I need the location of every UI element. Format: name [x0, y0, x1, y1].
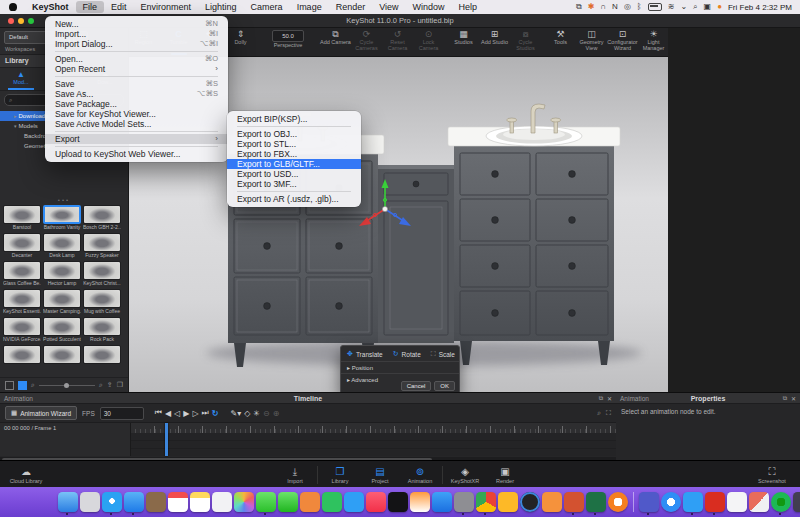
- library-item[interactable]: NVIDIA GeForce...: [3, 317, 41, 343]
- vscode-dock-icon[interactable]: [683, 492, 703, 512]
- loop-button[interactable]: ↻: [212, 409, 219, 418]
- playhead[interactable]: [165, 423, 168, 456]
- menu-item-save-for-viewer[interactable]: Save for KeyShot Viewer...: [45, 109, 228, 119]
- cancel-button[interactable]: Cancel: [401, 381, 432, 391]
- library-item-selected[interactable]: Bathroom Vanity: [43, 205, 81, 231]
- keyframe-all-button[interactable]: ✳: [253, 409, 260, 418]
- finder-dock-icon[interactable]: [58, 492, 78, 512]
- render-button[interactable]: ▣Render: [485, 466, 525, 484]
- browser-app-dock-icon[interactable]: [608, 492, 628, 512]
- rotate-tab[interactable]: ↻Rotate: [393, 350, 421, 358]
- mail-dock-icon[interactable]: [124, 492, 144, 512]
- library-item[interactable]: KeyShot Christ...: [83, 261, 121, 287]
- toolbar-perspective[interactable]: 50.0 Perspective: [260, 27, 316, 56]
- menubar-item-edit[interactable]: Edit: [104, 1, 134, 13]
- control-center-icon[interactable]: ⌄: [680, 3, 687, 11]
- apple-tv-dock-icon[interactable]: [388, 492, 408, 512]
- menu-item-save[interactable]: Save⌘S: [45, 79, 228, 89]
- library-item[interactable]: Mug with Coffee: [83, 289, 121, 315]
- user-switch-icon[interactable]: ▣: [704, 3, 712, 11]
- zoom-in-icon[interactable]: ⌕: [99, 381, 103, 389]
- menu-item-export-glb-gltf[interactable]: Export to GLB/GLTF...: [227, 159, 361, 169]
- import-button[interactable]: ⤓Import: [275, 466, 315, 484]
- toolbar-cycle-cameras[interactable]: ⟳Cycle Cameras: [351, 27, 382, 56]
- menubar-item-file[interactable]: File: [76, 1, 105, 13]
- library-item[interactable]: Glass Coffee Be...: [3, 261, 41, 287]
- books-dock-icon[interactable]: [410, 492, 430, 512]
- library-item[interactable]: [3, 345, 41, 364]
- toolbar-tools[interactable]: ⚒Tools: [545, 27, 576, 56]
- menu-item-save-package[interactable]: Save Package...: [45, 99, 228, 109]
- upload-icon[interactable]: ⇪: [107, 381, 113, 389]
- menu-item-open[interactable]: Open...⌘O: [45, 54, 228, 64]
- menu-item-export-bip[interactable]: Export BIP(KSP)...: [227, 114, 361, 124]
- toolbar-geometry-view[interactable]: ◫Geometry View: [576, 27, 607, 56]
- toolbar-light-manager[interactable]: ☀Light Manager: [638, 27, 668, 56]
- toolbar-reset-camera[interactable]: ↺Reset Camera: [382, 27, 413, 56]
- menubar-app-name[interactable]: KeyShot: [25, 1, 76, 13]
- library-item[interactable]: Desk Lamp: [43, 233, 81, 259]
- translate-tab[interactable]: ✥Translate: [347, 350, 383, 358]
- sketch-dock-icon[interactable]: [498, 492, 518, 512]
- headphones-icon[interactable]: ∩: [600, 3, 606, 11]
- battery-icon[interactable]: [648, 3, 662, 11]
- quicktime-dock-icon[interactable]: [661, 492, 681, 512]
- menubar-item-image[interactable]: Image: [290, 1, 329, 13]
- project-button[interactable]: ▤Project: [360, 466, 400, 484]
- list-view-icon[interactable]: [5, 381, 14, 390]
- menu-item-upload-web-viewer[interactable]: Upload to KeyShot Web Viewer...: [45, 149, 228, 159]
- skip-end-button[interactable]: ⏭: [202, 408, 209, 418]
- keyshotxr-button[interactable]: ◈KeyShotXR: [445, 466, 485, 484]
- menu-item-import[interactable]: Import...⌘I: [45, 29, 228, 39]
- record-status-icon[interactable]: ◎: [624, 3, 631, 11]
- close-panel-icon[interactable]: ✕: [607, 395, 612, 402]
- library-item[interactable]: [43, 345, 81, 364]
- safari-dock-icon[interactable]: [102, 492, 122, 512]
- menubar-clock[interactable]: Fri Feb 4 2:32 PM: [728, 3, 792, 12]
- menu-item-export-fbx[interactable]: Export to FBX...: [227, 149, 361, 159]
- perspective-value-field[interactable]: 50.0: [272, 30, 304, 42]
- play-button[interactable]: ▶: [183, 409, 189, 418]
- menu-item-export[interactable]: Export›: [45, 134, 228, 144]
- toolbar-lock-camera[interactable]: ⊙Lock Camera: [413, 27, 444, 56]
- library-item[interactable]: Fuzzy Speaker: [83, 233, 121, 259]
- menu-item-export-3mf[interactable]: Export to 3MF...: [227, 179, 361, 189]
- menu-item-export-obj[interactable]: Export to OBJ...: [227, 129, 361, 139]
- bluetooth-icon[interactable]: ᛒ: [637, 3, 642, 11]
- library-tab-models[interactable]: ▲ Mod...: [0, 68, 42, 90]
- play-back-button[interactable]: ◁: [174, 409, 180, 418]
- toolbar-studios[interactable]: ▦Studios: [448, 27, 479, 56]
- menu-item-export-ar[interactable]: Export to AR (.usdz, .glb)...: [227, 194, 361, 204]
- toolbar-add-camera[interactable]: ⧉Add Camera: [320, 27, 351, 56]
- menu-item-save-as[interactable]: Save As...⌥⌘S: [45, 89, 228, 99]
- toolbar-add-studio[interactable]: ⊞Add Studio: [479, 27, 510, 56]
- motion-ease-button[interactable]: ◇: [244, 409, 250, 418]
- menu-item-save-active-model-sets[interactable]: Save Active Model Sets...: [45, 119, 228, 129]
- minimize-window-button[interactable]: [18, 18, 24, 24]
- menubar-item-environment[interactable]: Environment: [134, 1, 199, 13]
- system-settings-dock-icon[interactable]: [454, 492, 474, 512]
- menu-item-open-recent[interactable]: Open Recent›: [45, 64, 228, 74]
- launchpad-dock-icon[interactable]: [80, 492, 100, 512]
- numbers-dock-icon[interactable]: [322, 492, 342, 512]
- teams-dock-icon[interactable]: [639, 492, 659, 512]
- timeline-zoom-fit-icon[interactable]: ⛶: [606, 409, 611, 417]
- menubar-item-render[interactable]: Render: [329, 1, 373, 13]
- screen-mirroring-icon[interactable]: ⧉: [576, 3, 582, 11]
- messages-dock-icon[interactable]: [256, 492, 276, 512]
- library-button[interactable]: ❐Library: [320, 466, 360, 484]
- skip-start-button[interactable]: ⏮: [155, 408, 162, 418]
- cloud-library-button[interactable]: ☁ Cloud Library: [6, 466, 46, 484]
- library-item[interactable]: [83, 345, 121, 364]
- wifi-icon[interactable]: ≋: [668, 3, 675, 11]
- close-window-button[interactable]: [8, 18, 14, 24]
- facetime-dock-icon[interactable]: [278, 492, 298, 512]
- timeline-zoom-out-icon[interactable]: ⌕: [597, 409, 601, 417]
- keynote-dock-icon[interactable]: [344, 492, 364, 512]
- animation-button[interactable]: ⊚Animation: [400, 466, 440, 484]
- menubar-item-view[interactable]: View: [372, 1, 405, 13]
- app-store-dock-icon[interactable]: [432, 492, 452, 512]
- reminders-dock-icon[interactable]: [212, 492, 232, 512]
- menu-item-new[interactable]: New...⌘N: [45, 19, 228, 29]
- excel-dock-icon[interactable]: [586, 492, 606, 512]
